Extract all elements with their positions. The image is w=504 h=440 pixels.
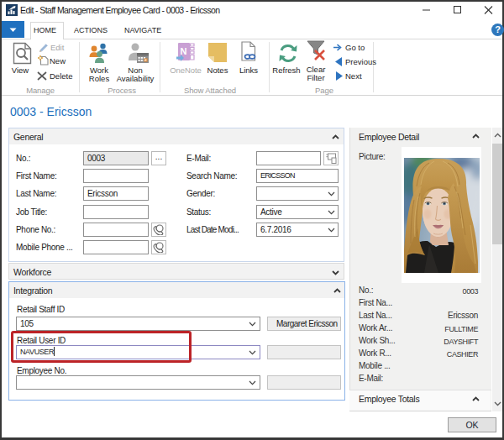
svg-text:N: N <box>181 46 187 56</box>
